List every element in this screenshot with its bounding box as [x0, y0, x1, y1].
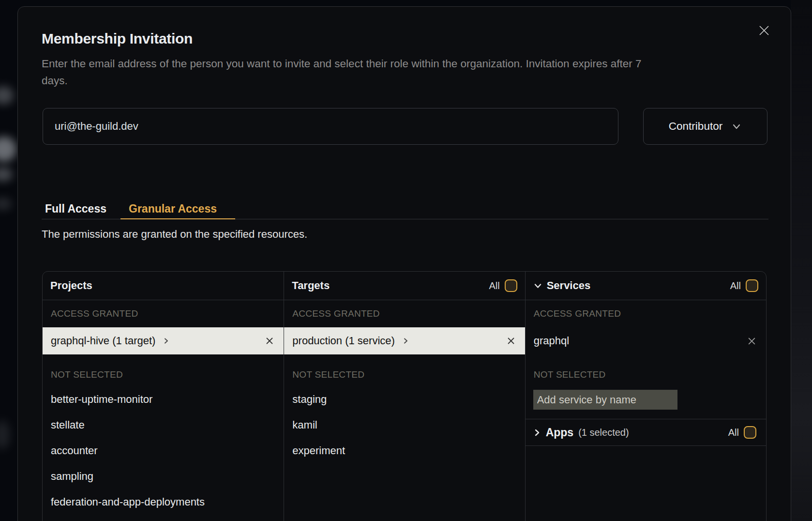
background-page-edge — [791, 0, 812, 521]
list-item[interactable]: sampling — [43, 463, 284, 489]
all-label: All — [489, 280, 499, 291]
selected-target-label: production (1 service) — [292, 335, 395, 347]
selected-project-row[interactable]: graphql-hive (1 target) — [43, 327, 284, 354]
projects-column-header: Projects — [43, 272, 284, 300]
services-column: Services All ACCESS GRANTED graphql NOT … — [525, 272, 766, 521]
projects-header-label: Projects — [50, 279, 92, 292]
remove-project-button[interactable] — [265, 337, 274, 345]
background-blur-artifact — [0, 167, 13, 182]
list-item[interactable]: staging — [284, 386, 525, 412]
email-field[interactable] — [43, 108, 618, 145]
not-selected-label: NOT SELECTED — [526, 363, 766, 386]
apps-label: Apps — [546, 426, 574, 439]
services-all-wrap: All — [730, 279, 758, 292]
selected-project-label: graphql-hive (1 target) — [51, 335, 155, 347]
targets-all-wrap: All — [489, 279, 517, 292]
targets-column: Targets All ACCESS GRANTED production (1… — [284, 272, 525, 521]
background-blur-artifact — [0, 86, 14, 105]
selected-service-label: graphql — [534, 335, 569, 347]
close-icon — [758, 24, 770, 37]
selected-target-row[interactable]: production (1 service) — [284, 327, 525, 354]
targets-header-label: Targets — [292, 279, 330, 292]
all-label: All — [730, 280, 741, 291]
not-selected-label: NOT SELECTED — [284, 363, 525, 386]
remove-service-button[interactable] — [747, 337, 756, 346]
services-header-toggle[interactable]: Services — [533, 279, 591, 292]
permissions-table: Projects ACCESS GRANTED graphql-hive (1 … — [42, 271, 767, 521]
apps-selected-count: (1 selected) — [578, 427, 629, 438]
chevron-right-icon — [402, 337, 409, 344]
chevron-right-icon — [532, 428, 541, 437]
chevron-right-icon — [163, 337, 169, 344]
access-granted-label: ACCESS GRANTED — [284, 300, 525, 327]
close-icon — [507, 337, 515, 345]
close-icon — [265, 337, 274, 345]
tab-granular-access[interactable]: Granular Access — [129, 202, 217, 215]
add-service-input[interactable] — [533, 390, 677, 410]
background-blur-artifact — [0, 420, 10, 449]
targets-column-header: Targets All — [284, 272, 525, 300]
access-granted-label: ACCESS GRANTED — [43, 300, 284, 327]
projects-column: Projects ACCESS GRANTED graphql-hive (1 … — [43, 272, 284, 521]
active-tab-underline — [120, 218, 235, 219]
description-line: days. — [42, 72, 720, 89]
apps-expander-row[interactable]: Apps (1 selected) All — [526, 419, 766, 446]
list-item[interactable]: stellate — [43, 412, 284, 438]
role-select-value: Contributor — [669, 120, 722, 133]
selected-service-row[interactable]: graphql — [526, 327, 766, 354]
dialog-title: Membership Invitation — [42, 31, 193, 47]
close-icon — [747, 337, 756, 346]
description-line: Enter the email address of the person yo… — [42, 55, 720, 72]
permissions-note: The permissions are granted on the speci… — [42, 224, 307, 245]
not-selected-label: NOT SELECTED — [43, 363, 284, 386]
apps-all-checkbox[interactable] — [744, 426, 756, 439]
chevron-down-icon — [731, 121, 742, 132]
targets-all-checkbox[interactable] — [505, 279, 517, 292]
role-select[interactable]: Contributor — [643, 108, 767, 145]
all-label: All — [728, 427, 739, 438]
list-item[interactable]: better-uptime-monitor — [43, 386, 284, 412]
close-button[interactable] — [757, 23, 771, 38]
services-header-label: Services — [547, 279, 591, 292]
background-blur-artifact — [0, 137, 16, 162]
access-granted-label: ACCESS GRANTED — [526, 300, 766, 327]
membership-invitation-dialog: Membership Invitation Enter the email ad… — [17, 6, 791, 521]
services-all-checkbox[interactable] — [746, 279, 758, 292]
background-blur-artifact — [0, 198, 12, 210]
remove-target-button[interactable] — [507, 337, 515, 345]
list-item[interactable]: kamil — [284, 412, 525, 438]
tab-full-access[interactable]: Full Access — [45, 202, 106, 215]
list-item[interactable]: federation-and-app-deployments — [43, 489, 284, 515]
list-item[interactable]: accounter — [43, 438, 284, 463]
services-column-header: Services All — [526, 272, 766, 300]
dialog-description: Enter the email address of the person yo… — [42, 55, 720, 89]
chevron-down-icon — [533, 281, 542, 291]
list-item[interactable]: experiment — [284, 438, 525, 463]
apps-all-wrap: All — [728, 426, 756, 439]
